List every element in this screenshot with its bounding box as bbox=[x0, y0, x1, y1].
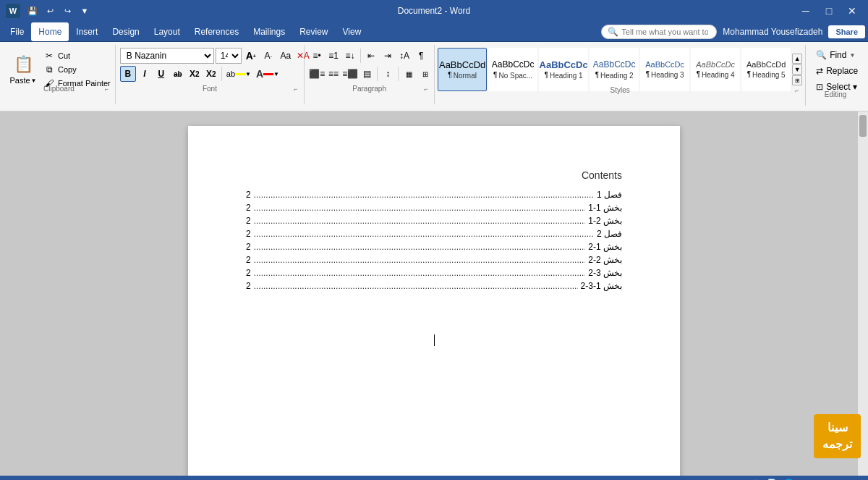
document-page[interactable]: Contents فصل 1..........................… bbox=[188, 126, 680, 476]
font-expand-icon[interactable]: ⌐ bbox=[294, 85, 302, 94]
show-marks-button[interactable]: ¶ bbox=[413, 48, 429, 64]
cut-button[interactable]: ✂ Cut bbox=[41, 49, 114, 62]
style-heading3[interactable]: AaBbCcDc ¶ Heading 3 bbox=[640, 48, 689, 91]
justify-button[interactable]: ▤ bbox=[359, 66, 375, 82]
paste-button[interactable]: 📋 Paste ▼ bbox=[7, 51, 39, 86]
styles-scroll-down[interactable]: ▼ bbox=[792, 64, 802, 75]
menu-file[interactable]: File bbox=[3, 22, 31, 41]
numbering-button[interactable]: ≡1 bbox=[326, 48, 341, 64]
replace-button[interactable]: ⇄ Replace bbox=[812, 64, 862, 78]
style-heading4[interactable]: AaBbCcDc ¶ Heading 4 bbox=[691, 48, 740, 91]
bold-button[interactable]: B bbox=[120, 66, 136, 82]
bullets-button[interactable]: ≡• bbox=[309, 48, 325, 64]
toc-entry-text[interactable]: بخش 2-1 bbox=[588, 216, 622, 226]
menu-mailings[interactable]: Mailings bbox=[246, 22, 292, 41]
toc-entry-text[interactable]: بخش 1-1 bbox=[588, 203, 622, 213]
menu-insert[interactable]: Insert bbox=[69, 22, 105, 41]
font-color-button[interactable]: A ▼ bbox=[254, 66, 281, 82]
search-icon: 🔍 bbox=[608, 27, 618, 37]
style-no-spacing[interactable]: AaBbCcDc ¶ No Spac... bbox=[488, 48, 537, 91]
share-button[interactable]: Share bbox=[828, 25, 865, 38]
title-bar: W 💾 ↩ ↪ ▼ Document2 - Word ─ □ ✕ bbox=[0, 0, 868, 22]
menu-home[interactable]: Home bbox=[31, 22, 69, 41]
line-spacing-button[interactable]: ↕ bbox=[380, 66, 396, 82]
scrollbar-thumb[interactable] bbox=[859, 115, 867, 137]
font-color-dropdown-icon[interactable]: ▼ bbox=[273, 71, 279, 77]
save-qa-btn[interactable]: 💾 bbox=[25, 3, 41, 19]
text-highlight-button[interactable]: ab ▼ bbox=[224, 66, 253, 82]
menu-view[interactable]: View bbox=[336, 22, 369, 41]
toc-entry-text[interactable]: فصل 2 bbox=[597, 229, 622, 239]
styles-expand-icon[interactable]: ⌐ bbox=[795, 87, 804, 96]
menu-review[interactable]: Review bbox=[292, 22, 335, 41]
paste-label: Paste bbox=[9, 76, 30, 85]
undo-qa-btn[interactable]: ↩ bbox=[42, 3, 58, 19]
align-left-button[interactable]: ⬛≡ bbox=[309, 66, 325, 82]
menu-references[interactable]: References bbox=[187, 22, 246, 41]
toc-entry-text[interactable]: بخش 2-2 bbox=[588, 255, 622, 265]
copy-button[interactable]: ⧉ Copy bbox=[41, 63, 114, 76]
change-case-button[interactable]: Aa bbox=[278, 48, 294, 64]
paragraph-expand-icon[interactable]: ⌐ bbox=[424, 85, 433, 94]
font-color-label: A bbox=[256, 68, 263, 80]
window-title: Document2 - Word bbox=[398, 6, 470, 16]
multilevel-list-button[interactable]: ≡↓ bbox=[342, 48, 358, 64]
search-input[interactable] bbox=[621, 28, 708, 36]
cut-label: Cut bbox=[58, 51, 70, 60]
copy-icon: ⧉ bbox=[43, 64, 55, 75]
align-right-button[interactable]: ≡⬛ bbox=[342, 66, 358, 82]
increase-font-size-button[interactable]: A+ bbox=[243, 48, 259, 64]
font-group-label: Font bbox=[116, 85, 304, 93]
font-size-select[interactable]: 14 bbox=[216, 48, 242, 64]
toc-entry-text[interactable]: بخش 1-2 bbox=[588, 242, 622, 252]
tell-me-search[interactable]: 🔍 bbox=[601, 25, 717, 39]
paste-dropdown-arrow[interactable]: ▼ bbox=[31, 77, 37, 84]
text-cursor bbox=[434, 334, 435, 346]
clipboard-expand-icon[interactable]: ⌐ bbox=[105, 85, 114, 94]
style-no-spacing-preview: AaBbCcDc bbox=[492, 59, 535, 70]
decrease-indent-button[interactable]: ⇤ bbox=[363, 48, 379, 64]
align-center-button[interactable]: ≡≡ bbox=[326, 66, 341, 82]
style-heading5-marker: ¶ bbox=[747, 70, 751, 78]
styles-scroll-up[interactable]: ▲ bbox=[792, 54, 802, 64]
decrease-font-size-button[interactable]: A- bbox=[260, 48, 276, 64]
style-heading2[interactable]: AaBbCcDc ¶ Heading 2 bbox=[590, 48, 639, 91]
toc-entry-text[interactable]: بخش 1-3-2 bbox=[581, 281, 622, 291]
strikethrough-button[interactable]: ab bbox=[170, 66, 186, 82]
find-dropdown-arrow[interactable]: ▼ bbox=[849, 52, 855, 59]
style-normal[interactable]: AaBbCcDd ¶ Normal bbox=[438, 48, 487, 91]
minimize-button[interactable]: ─ bbox=[796, 1, 816, 21]
style-heading1[interactable]: AaBbCcDc ¶ Heading 1 bbox=[539, 48, 588, 91]
menu-design[interactable]: Design bbox=[105, 22, 146, 41]
underline-button[interactable]: U bbox=[153, 66, 169, 82]
close-button[interactable]: ✕ bbox=[842, 1, 862, 21]
style-heading2-label: Heading 2 bbox=[600, 72, 634, 80]
document-area[interactable]: Contents فصل 1..........................… bbox=[0, 111, 868, 476]
maximize-button[interactable]: □ bbox=[819, 1, 839, 21]
borders-button[interactable]: ⊞ bbox=[417, 66, 433, 82]
styles-more[interactable]: ⊞ bbox=[792, 75, 802, 85]
superscript-button[interactable]: X2 bbox=[203, 66, 219, 82]
toc-entry-page: 2 bbox=[246, 216, 251, 226]
font-family-select[interactable]: B Nazanin bbox=[120, 48, 214, 64]
menu-bar: File Home Insert Design Layout Reference… bbox=[0, 22, 868, 42]
style-heading5-label: Heading 5 bbox=[752, 71, 786, 79]
customize-qa-btn[interactable]: ▼ bbox=[77, 3, 93, 19]
copy-label: Copy bbox=[58, 65, 77, 74]
sort-button[interactable]: ↕A bbox=[396, 48, 412, 64]
shading-button[interactable]: ▦ bbox=[401, 66, 417, 82]
toc-entry-dots: ........................................… bbox=[254, 229, 594, 239]
find-button[interactable]: 🔍 Find ▼ bbox=[812, 48, 859, 62]
style-heading2-preview: AaBbCcDc bbox=[593, 59, 636, 70]
redo-qa-btn[interactable]: ↪ bbox=[59, 3, 75, 19]
style-heading5[interactable]: AaBbCcDd ¶ Heading 5 bbox=[741, 48, 791, 91]
increase-indent-button[interactable]: ⇥ bbox=[380, 48, 396, 64]
subscript-button[interactable]: X2 bbox=[187, 66, 203, 82]
toc-entry-page: 2 bbox=[246, 281, 251, 291]
highlight-dropdown-icon[interactable]: ▼ bbox=[245, 71, 251, 77]
toc-entry-text[interactable]: فصل 1 bbox=[597, 190, 622, 200]
clipboard-group-label: Clipboard bbox=[3, 85, 115, 93]
italic-button[interactable]: I bbox=[137, 66, 153, 82]
menu-layout[interactable]: Layout bbox=[147, 22, 187, 41]
toc-entry-text[interactable]: بخش 3-2 bbox=[588, 268, 622, 278]
